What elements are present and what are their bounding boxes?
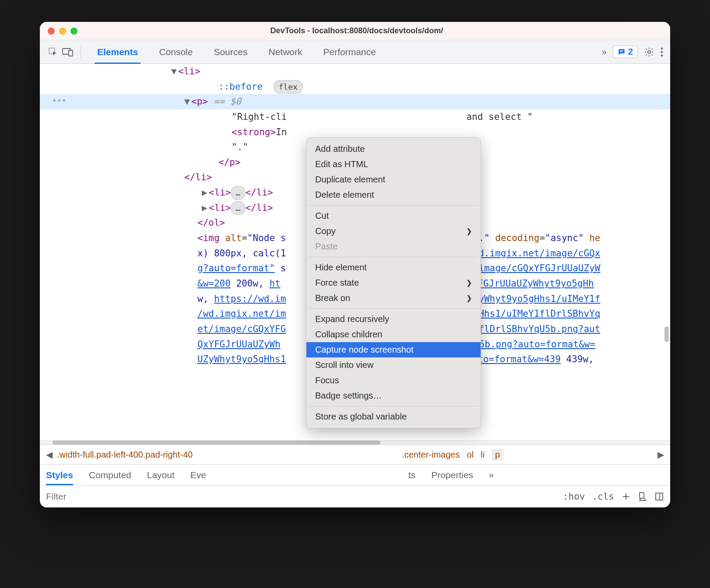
collapsed-badge[interactable]: … — [231, 186, 246, 200]
tabs-overflow-icon[interactable]: » — [602, 47, 607, 57]
main-toolbar: Elements Console Sources Network Perform… — [40, 40, 670, 64]
menu-item-label: Badge settings… — [315, 391, 382, 401]
menu-item[interactable]: Edit as HTML — [306, 157, 481, 172]
menu-item[interactable]: Force state❯ — [306, 275, 481, 290]
svg-rect-4 — [620, 51, 622, 52]
hov-toggle[interactable]: :hov — [563, 491, 585, 502]
menu-item-label: Delete element — [315, 190, 374, 200]
text-frag: and select " — [466, 112, 533, 122]
tab-elements[interactable]: Elements — [87, 41, 148, 63]
menu-separator — [308, 257, 479, 257]
text-frag: "." — [232, 142, 248, 152]
tab-computed[interactable]: Computed — [89, 470, 131, 480]
new-style-rule-icon[interactable] — [621, 492, 631, 501]
horizontal-scrollbar[interactable] — [40, 440, 670, 444]
tab-properties[interactable]: Properties — [431, 470, 473, 480]
menu-item[interactable]: Hide element — [306, 260, 481, 275]
expand-icon[interactable]: ▶ — [202, 185, 209, 200]
breadcrumb-item[interactable]: ol — [467, 450, 474, 460]
menu-item[interactable]: Break on❯ — [306, 290, 481, 306]
issues-count-value: 2 — [628, 47, 633, 57]
breadcrumb-scroll-left-icon[interactable]: ◀ — [46, 449, 53, 460]
pseudo-before: ::before — [218, 81, 263, 92]
menu-item-label: Edit as HTML — [315, 159, 368, 169]
menu-item[interactable]: Cut — [306, 208, 481, 224]
breadcrumb: ◀ .width-full.pad-left-400.pad-right-40 … — [40, 444, 670, 465]
expand-icon[interactable]: ▼ — [184, 94, 191, 109]
breadcrumb-item-current[interactable]: p — [492, 449, 503, 461]
styles-overflow-icon[interactable]: » — [489, 470, 494, 480]
close-window-button[interactable] — [48, 28, 55, 35]
devtools-window: DevTools - localhost:8080/docs/devtools/… — [40, 22, 670, 508]
vertical-scrollbar[interactable] — [664, 326, 669, 342]
menu-item[interactable]: Capture node screenshot — [306, 342, 481, 357]
menu-item-label: Break on — [315, 293, 350, 303]
selected-node[interactable]: •••▼<p> == $0 — [40, 94, 670, 109]
menu-item-label: Add attribute — [315, 144, 365, 154]
toolbar-right: » 2 — [602, 46, 663, 58]
tab-network[interactable]: Network — [258, 41, 313, 63]
breadcrumb-item[interactable]: .width-full.pad-left-400.pad-right-40 — [57, 450, 193, 460]
menu-item[interactable]: Duplicate element — [306, 172, 481, 187]
tab-sources[interactable]: Sources — [203, 41, 258, 63]
inspect-icon[interactable] — [47, 46, 59, 58]
menu-item-label: Store as global variable — [315, 412, 407, 422]
svg-point-6 — [661, 47, 663, 49]
text-frag: "Right-cli — [232, 112, 287, 122]
tab-styles[interactable]: Styles — [46, 470, 73, 480]
breadcrumb-item[interactable]: .center-images — [402, 450, 460, 460]
panel-tabs: Elements Console Sources Network Perform… — [87, 41, 387, 63]
menu-item[interactable]: Expand recursively — [306, 312, 481, 327]
menu-separator — [308, 308, 479, 309]
flex-badge[interactable]: flex — [274, 80, 302, 94]
menu-item[interactable]: Store as global variable — [306, 409, 481, 424]
device-toggle-icon[interactable] — [62, 46, 74, 58]
menu-item[interactable]: Badge settings… — [306, 388, 481, 403]
styles-filter-bar: :hov .cls — [40, 486, 670, 508]
menu-item-label: Force state — [315, 278, 359, 288]
menu-item-label: Hide element — [315, 262, 367, 273]
submenu-arrow-icon: ❯ — [466, 227, 472, 235]
expand-icon[interactable]: ▼ — [171, 64, 178, 79]
filter-input[interactable] — [46, 491, 556, 502]
tab-console[interactable]: Console — [148, 41, 203, 63]
issues-counter[interactable]: 2 — [613, 46, 638, 58]
breadcrumb-scroll-right-icon[interactable]: ▶ — [657, 449, 664, 460]
menu-item[interactable]: Scroll into view — [306, 357, 481, 373]
tab-trunc[interactable]: ts — [408, 470, 415, 480]
svg-rect-10 — [656, 493, 663, 500]
menu-item-label: Scroll into view — [315, 360, 373, 370]
toolbar-separator — [80, 46, 81, 58]
rendering-emulations-icon[interactable] — [638, 492, 647, 501]
svg-rect-2 — [69, 50, 73, 56]
more-menu-icon[interactable] — [661, 47, 663, 57]
menu-item-label: Capture node screenshot — [315, 345, 414, 355]
svg-rect-9 — [640, 493, 644, 498]
menu-item[interactable]: Copy❯ — [306, 224, 481, 239]
minimize-window-button[interactable] — [59, 28, 66, 35]
zoom-window-button[interactable] — [70, 28, 77, 35]
tab-event-trunc[interactable]: Eve — [190, 470, 206, 480]
svg-rect-3 — [620, 50, 623, 51]
breadcrumb-item[interactable]: li — [481, 450, 485, 460]
collapsed-badge[interactable]: … — [231, 201, 246, 215]
menu-separator — [308, 205, 479, 206]
menu-item[interactable]: Delete element — [306, 187, 481, 203]
styles-tabbar: Styles Computed Layout Eve ts Properties… — [40, 465, 670, 486]
expand-icon[interactable]: ▶ — [202, 200, 209, 216]
menu-item[interactable]: Focus — [306, 373, 481, 388]
settings-icon[interactable] — [644, 47, 654, 57]
gutter-actions-icon[interactable]: ••• — [52, 94, 67, 107]
menu-item-label: Duplicate element — [315, 175, 385, 185]
console-ref: == $0 — [214, 96, 241, 107]
cls-toggle[interactable]: .cls — [592, 491, 614, 502]
text-frag: In — [276, 127, 287, 137]
tab-performance[interactable]: Performance — [313, 41, 387, 63]
menu-item-label: Cut — [315, 211, 329, 221]
menu-item[interactable]: Collapse children — [306, 327, 481, 342]
computed-panel-toggle-icon[interactable] — [654, 492, 664, 501]
tab-layout[interactable]: Layout — [147, 470, 175, 480]
window-title: DevTools - localhost:8080/docs/devtools/… — [77, 26, 636, 35]
svg-point-8 — [661, 54, 663, 56]
menu-item[interactable]: Add attribute — [306, 141, 481, 157]
